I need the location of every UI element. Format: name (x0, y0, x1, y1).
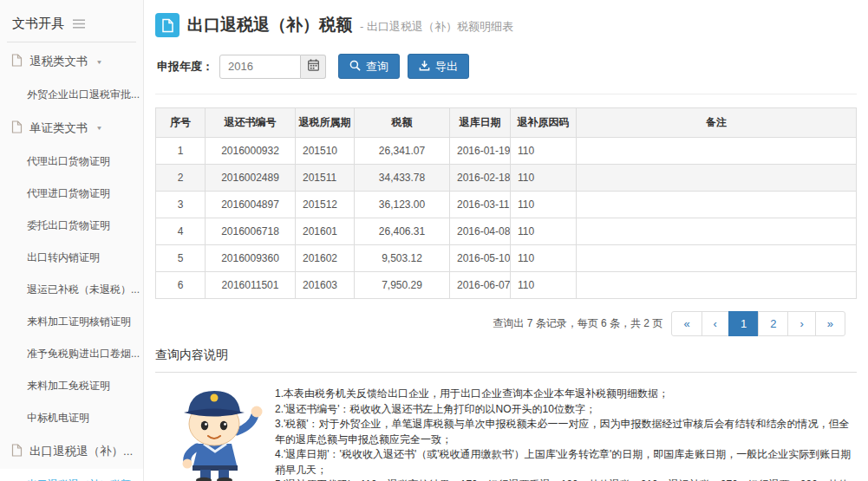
last-page-button[interactable]: » (815, 311, 845, 336)
page-header: 出口退税退（补）税额 - 出口退税退（补）税额明细表 (155, 13, 857, 37)
table-cell: 201510 (296, 138, 355, 165)
export-button[interactable]: 导出 (408, 54, 469, 79)
query-button-label: 查询 (366, 59, 388, 75)
table-header-row: 序号退还书编号退税所属期税额退库日期退补原因码备注 (156, 108, 857, 138)
sidebar-item[interactable]: 代理出口货物证明 (0, 146, 143, 178)
table-cell: 2016000932 (206, 138, 296, 165)
sidebar-divider (7, 42, 136, 42)
sidebar-section-label: 退税类文书 (29, 54, 88, 69)
sidebar-item[interactable]: 出口退税退（补）税额... (0, 469, 143, 481)
table-cell: 110 (511, 245, 577, 272)
sidebar-section[interactable]: 单证类文书▼ (0, 111, 143, 146)
sidebar-section-label: 单证类文书 (29, 120, 88, 136)
table-cell: 26,341.07 (355, 138, 450, 165)
table-cell: 201602 (296, 245, 355, 272)
sidebar-item[interactable]: 退运已补税（未退税）... (0, 274, 143, 306)
caret-down-icon: ▼ (96, 58, 103, 64)
note-line: 5.'退补原因代码'：110：退税审核结果；170：银行退票重退；190：其他退… (275, 478, 857, 481)
column-header: 税额 (355, 108, 450, 138)
sidebar-section[interactable]: 退税类文书▼ (0, 44, 143, 79)
table-cell: 26,406.31 (355, 218, 450, 245)
table-row[interactable]: 620160115012016037,950.292016-06-07110 (156, 272, 857, 299)
page-number-button[interactable]: 1 (728, 311, 759, 336)
file-icon (11, 120, 23, 136)
main-content: 出口退税退（补）税额 - 出口退税退（补）税额明细表 申报年度： (144, 0, 868, 481)
column-header: 序号 (156, 108, 206, 138)
note-line: 4.'退库日期'：'税收收入退还书'（或'税收通用缴款书'）上国库'业务转讫章'… (275, 447, 857, 478)
table-cell: 110 (511, 218, 577, 245)
page-number-button[interactable]: 2 (758, 311, 788, 336)
notes-body: 1.本表由税务机关反馈给出口企业，用于出口企业查询本企业本年退补税额明细数据；2… (155, 383, 857, 481)
table-row[interactable]: 1201600093220151026,341.072016-01-19110 (156, 138, 857, 165)
sidebar-item[interactable]: 代理进口货物证明 (0, 178, 143, 210)
sidebar-item[interactable]: 准予免税购进出口卷烟... (0, 338, 143, 370)
pagination-summary: 查询出 7 条记录，每页 6 条，共 2 页 (493, 316, 662, 331)
table-cell: 201601 (296, 218, 355, 245)
year-input[interactable] (219, 55, 301, 79)
page-title: 出口退税退（补）税额 (187, 14, 352, 36)
table-row[interactable]: 2201600248920151134,433.782016-02-18110 (156, 165, 857, 192)
year-input-group (219, 55, 326, 79)
column-header: 退还书编号 (206, 108, 296, 138)
table-cell: 2016009360 (206, 245, 296, 272)
notes-section: 查询内容说明 (155, 348, 857, 481)
table-body: 1201600093220151026,341.072016-01-191102… (156, 138, 857, 299)
pagination: «‹12›» (672, 311, 845, 336)
table-cell: 4 (156, 218, 206, 245)
sidebar-item[interactable]: 出口转内销证明 (0, 242, 143, 274)
note-line: 3.'税额'：对于外贸企业，单笔退库税额与单次申报税额未必一一对应，因为申报数据… (275, 417, 857, 447)
sidebar-item[interactable]: 中标机电证明 (0, 402, 143, 434)
table-cell: 2 (156, 165, 206, 192)
table-cell (577, 138, 857, 165)
table-row[interactable]: 4201600671820160126,406.312016-04-08110 (156, 218, 857, 245)
first-page-button[interactable]: « (671, 311, 702, 336)
table-cell (577, 272, 857, 299)
year-label: 申报年度： (157, 59, 213, 75)
sidebar-item[interactable]: 来料加工免税证明 (0, 370, 143, 402)
calendar-button[interactable] (301, 55, 326, 79)
table-row[interactable]: 520160093602016029,503.122016-05-10110 (156, 245, 857, 272)
sidebar-title: 文书开具 (12, 16, 64, 32)
note-line: 1.本表由税务机关反馈给出口企业，用于出口企业查询本企业本年退补税额明细数据； (275, 387, 857, 402)
document-icon (155, 13, 179, 37)
table-cell: 2016006718 (206, 218, 296, 245)
prev-page-button[interactable]: ‹ (702, 311, 729, 336)
section-divider (155, 94, 857, 94)
table-cell: 110 (511, 272, 577, 299)
sidebar: 文书开具 退税类文书▼外贸企业出口退税审批...单证类文书▼代理出口货物证明代理… (0, 0, 144, 481)
table-cell: 2016002489 (206, 165, 296, 192)
sidebar-item[interactable]: 来料加工证明核销证明 (0, 306, 143, 338)
table-cell: 110 (511, 138, 577, 165)
table-cell: 201512 (296, 192, 355, 218)
sidebar-section[interactable]: 出口退税退（补）... (0, 434, 143, 469)
table-row[interactable]: 3201600489720151236,123.002016-03-11110 (156, 192, 857, 218)
table-cell: 2016-05-10 (450, 245, 511, 272)
table-cell: 2016-06-07 (450, 272, 511, 299)
police-mascot-image (155, 383, 275, 481)
sidebar-nav: 退税类文书▼外贸企业出口退税审批...单证类文书▼代理出口货物证明代理进口货物证… (0, 44, 143, 481)
hamburger-icon[interactable] (73, 19, 85, 29)
table-cell: 2016004897 (206, 192, 296, 218)
table-cell: 110 (511, 165, 577, 192)
table-cell: 1 (156, 138, 206, 165)
table-cell: 6 (156, 272, 206, 299)
table-cell: 2016-03-11 (450, 192, 511, 218)
column-header: 退补原因码 (511, 108, 577, 138)
table-cell (577, 192, 857, 218)
table-cell (577, 245, 857, 272)
column-header: 退税所属期 (296, 108, 355, 138)
query-form: 申报年度： (157, 54, 857, 79)
query-button[interactable]: 查询 (338, 54, 400, 79)
table-cell: 36,123.00 (355, 192, 450, 218)
sidebar-item[interactable]: 委托出口货物证明 (0, 210, 143, 242)
file-icon (11, 444, 23, 459)
note-line: 2.'退还书编号'：税收收入退还书左上角打印的以NO开头的10位数字； (275, 402, 857, 418)
table-cell: 110 (511, 192, 577, 218)
table-cell: 201511 (296, 165, 355, 192)
sidebar-section-label: 出口退税退（补）... (29, 444, 133, 459)
pagination-row: 查询出 7 条记录，每页 6 条，共 2 页 «‹12›» (155, 311, 845, 336)
next-page-button[interactable]: › (787, 311, 815, 336)
table-cell: 2016-02-18 (450, 165, 511, 192)
table-cell: 9,503.12 (355, 245, 450, 272)
sidebar-item[interactable]: 外贸企业出口退税审批... (0, 79, 143, 111)
